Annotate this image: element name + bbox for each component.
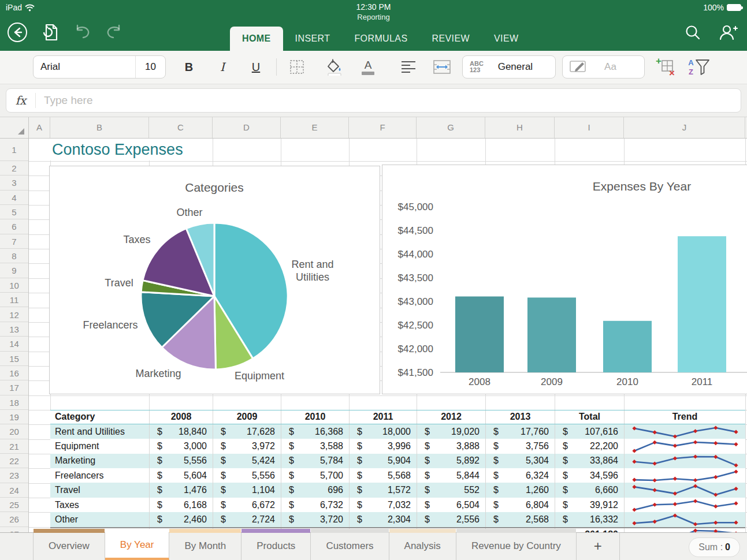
cell-value[interactable]: $3,720 <box>281 512 349 527</box>
cell-trend-sparkline[interactable] <box>624 512 745 527</box>
redo-icon[interactable] <box>105 24 124 40</box>
row-header-3[interactable]: 3 <box>0 176 28 190</box>
cell-value[interactable]: $39,912 <box>555 498 624 512</box>
row-header-4[interactable]: 4 <box>0 191 28 205</box>
cell-value[interactable]: $17,760 <box>485 424 555 439</box>
cell-value[interactable]: $3,756 <box>485 439 555 453</box>
font-color-button[interactable]: A <box>356 55 380 79</box>
ribbon-tab-insert[interactable]: INSERT <box>283 27 343 51</box>
cell-value[interactable]: $2,556 <box>417 512 485 527</box>
merge-cells-button[interactable] <box>430 55 454 79</box>
cell-value[interactable]: $3,588 <box>281 439 349 453</box>
table-header-trend[interactable]: Trend <box>624 410 745 424</box>
row-header-25[interactable]: 25 <box>0 498 28 512</box>
row-header-24[interactable]: 24 <box>0 483 28 498</box>
cell-trend-sparkline[interactable] <box>624 483 745 497</box>
pie-chart-panel[interactable]: CategoriesRent andUtilitiesEquipmentMark… <box>49 166 380 394</box>
undo-icon[interactable] <box>73 24 91 40</box>
sheet-tab-revenue-by-country[interactable]: Revenue by Country <box>456 533 577 560</box>
cell-value[interactable]: $33,864 <box>555 454 624 468</box>
sort-filter-button[interactable]: AZ <box>685 55 712 79</box>
cell-value[interactable]: $2,304 <box>349 512 417 527</box>
bar-2009[interactable] <box>527 297 576 372</box>
table-header-2011[interactable]: 2011 <box>349 410 417 424</box>
sheet-tab-analysis[interactable]: Analysis <box>389 533 456 560</box>
cell-category[interactable]: Travel <box>50 483 149 497</box>
table-header-total[interactable]: Total <box>555 410 624 424</box>
add-sheet-button[interactable]: + <box>577 533 620 560</box>
column-header-B[interactable]: B <box>50 117 149 138</box>
cell-value[interactable]: $6,504 <box>417 498 485 512</box>
cell-value[interactable]: $5,304 <box>485 454 555 468</box>
sheet-tab-overview[interactable]: Overview <box>34 533 105 560</box>
cell-value[interactable]: $1,104 <box>213 483 281 497</box>
cell-value[interactable]: $1,260 <box>485 483 555 497</box>
row-header-27[interactable]: 27 <box>0 527 28 532</box>
row-header-9[interactable]: 9 <box>0 263 28 278</box>
cell-category[interactable]: Equipment <box>50 439 149 453</box>
cell-value[interactable]: $2,568 <box>485 512 555 527</box>
cell-value[interactable]: $3,888 <box>417 439 485 453</box>
ribbon-tab-review[interactable]: REVIEW <box>420 27 482 51</box>
cell-value[interactable]: $6,168 <box>149 498 213 512</box>
ribbon-tab-view[interactable]: VIEW <box>482 27 531 51</box>
align-button[interactable] <box>397 55 420 79</box>
row-header-10[interactable]: 10 <box>0 278 28 293</box>
ribbon-tab-home[interactable]: HOME <box>230 27 283 51</box>
cell-value[interactable]: $7,032 <box>349 498 417 512</box>
cell-styles-picker[interactable]: Aa <box>562 55 645 79</box>
cell-trend-sparkline[interactable] <box>624 528 745 532</box>
column-header-E[interactable]: E <box>281 117 349 138</box>
cell-value[interactable]: $1,476 <box>149 483 213 497</box>
cell-category[interactable]: Marketing <box>50 454 149 468</box>
cell-value[interactable]: $6,732 <box>281 498 349 512</box>
row-header-8[interactable]: 8 <box>0 249 28 263</box>
cell-value[interactable]: $2,724 <box>213 512 281 527</box>
cell-value[interactable]: $3,996 <box>349 439 417 453</box>
cell-value[interactable]: $5,568 <box>349 468 417 483</box>
sheet-tab-products[interactable]: Products <box>241 533 311 560</box>
row-header-1[interactable]: 1 <box>0 139 28 161</box>
cell-value[interactable]: $18,840 <box>149 424 213 439</box>
italic-button[interactable]: I <box>211 55 234 79</box>
spreadsheet-grid[interactable]: Contoso Expenses CategoriesRent andUtili… <box>0 117 747 532</box>
cell-value[interactable]: $2,460 <box>149 512 213 527</box>
row-header-21[interactable]: 21 <box>0 439 28 454</box>
row-header-6[interactable]: 6 <box>0 219 28 234</box>
cell-value[interactable]: $5,844 <box>417 468 485 483</box>
select-all-corner[interactable] <box>0 117 29 138</box>
cell-value[interactable]: $5,604 <box>149 468 213 483</box>
underline-button[interactable]: U <box>244 55 267 79</box>
sheet-tab-by-month[interactable]: By Month <box>169 533 241 560</box>
cell-value[interactable]: $6,804 <box>485 498 555 512</box>
table-header-2012[interactable]: 2012 <box>417 410 485 424</box>
row-header-16[interactable]: 16 <box>0 366 28 380</box>
cell-category[interactable]: Freelancers <box>50 468 149 483</box>
cell-value[interactable]: $5,904 <box>349 454 417 468</box>
row-header-22[interactable]: 22 <box>0 454 28 468</box>
column-header-H[interactable]: H <box>485 117 555 138</box>
column-header-C[interactable]: C <box>149 117 213 138</box>
formula-bar[interactable]: fx <box>6 88 741 113</box>
row-header-17[interactable]: 17 <box>0 380 28 395</box>
bar-2011[interactable] <box>678 236 726 372</box>
font-size-value[interactable]: 10 <box>135 56 165 78</box>
cell-value[interactable]: $107,616 <box>555 424 624 439</box>
cell-value[interactable]: $5,700 <box>281 468 349 483</box>
cell-trend-sparkline[interactable] <box>624 454 745 468</box>
cell-category[interactable]: Other <box>50 512 149 527</box>
cell-value[interactable]: $18,000 <box>349 424 417 439</box>
cell-value[interactable]: $5,424 <box>213 454 281 468</box>
cell-value[interactable]: $5,784 <box>281 454 349 468</box>
cell-value[interactable]: $5,892 <box>417 454 485 468</box>
sheet-tab-customers[interactable]: Customers <box>311 533 389 560</box>
cell-value[interactable]: $6,660 <box>555 483 624 497</box>
insert-delete-cells-button[interactable]: +× <box>652 55 678 79</box>
cell-value[interactable]: $3,972 <box>213 439 281 453</box>
sheet-tab-by-year[interactable]: By Year <box>105 533 170 560</box>
cell-value[interactable]: $6,672 <box>213 498 281 512</box>
cell-value[interactable]: $3,000 <box>149 439 213 453</box>
cell-value[interactable]: $1,572 <box>349 483 417 497</box>
search-icon[interactable] <box>685 24 701 40</box>
row-header-5[interactable]: 5 <box>0 205 28 219</box>
